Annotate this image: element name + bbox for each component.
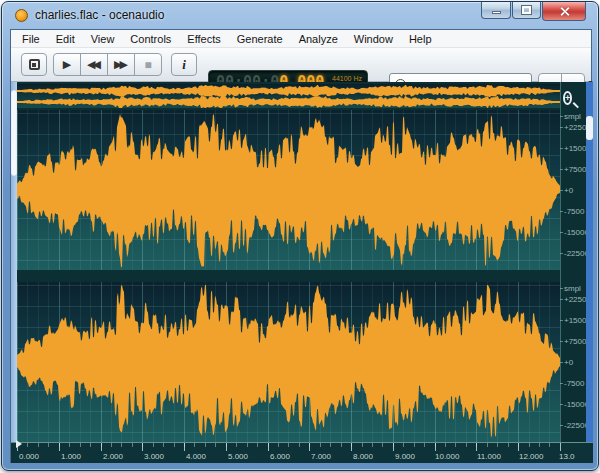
right-scrollbar-thumb[interactable] (586, 116, 593, 140)
time-tick: 4.000 (186, 452, 206, 461)
time-tick: 0.000 (19, 452, 39, 461)
time-tick: 11.000 (477, 452, 501, 461)
play-icon: ▶ (63, 59, 71, 70)
time-tick: 2.000 (103, 452, 123, 461)
scale-label: smpl (564, 112, 581, 121)
time-tick: 6.000 (270, 452, 290, 461)
close-button[interactable] (542, 2, 586, 21)
channel-left-panel[interactable] (17, 110, 560, 270)
right-scrollbar[interactable] (586, 82, 593, 463)
info-button[interactable]: i (171, 53, 197, 76)
rewind-icon: ◀◀ (87, 59, 101, 70)
time-tick: 8.000 (353, 452, 373, 461)
rewind-button[interactable]: ◀◀ (80, 53, 108, 76)
menu-generate[interactable]: Generate (229, 31, 291, 47)
menu-bar: File Edit View Controls Effects Generate… (11, 30, 591, 48)
menu-window[interactable]: Window (346, 31, 401, 47)
maximize-button[interactable] (512, 2, 541, 19)
time-tick: 5.000 (228, 452, 248, 461)
time-tick: 10.000 (435, 452, 459, 461)
playback-device-button[interactable] (21, 53, 47, 76)
time-ruler[interactable]: 0.000 1.000 2.000 3.000 4.000 5.000 6.00… (11, 442, 593, 463)
stop-button[interactable]: ■ (134, 53, 162, 76)
info-icon: i (182, 57, 186, 73)
waveform-editor: smpl +22500 +15000 +7500 +0 -7500 -15000… (11, 82, 593, 463)
close-icon (559, 6, 570, 17)
amplitude-scale: smpl +22500 +15000 +7500 +0 -7500 -15000… (560, 82, 586, 442)
menu-view[interactable]: View (83, 31, 123, 47)
menu-file[interactable]: File (14, 31, 48, 47)
scale-label: +7500 (564, 337, 586, 346)
menu-analyze[interactable]: Analyze (291, 31, 346, 47)
title-bar[interactable]: charlies.flac - ocenaudio (2, 2, 598, 29)
time-tick: 1.000 (61, 452, 81, 461)
toolbar: ▶ ◀◀ ▶▶ ■ i 00:00:00.000 hr min sec 4410… (11, 48, 591, 82)
menu-effects[interactable]: Effects (179, 31, 228, 47)
scale-label: smpl (564, 284, 581, 293)
playback-device-icon (29, 59, 40, 70)
time-tick: 7.000 (311, 452, 331, 461)
scale-label: -7500 (564, 207, 584, 216)
scale-label: +0 (564, 358, 573, 367)
channel-left-waveform[interactable] (17, 110, 560, 270)
client-area: File Edit View Controls Effects Generate… (10, 29, 592, 463)
time-tick: 12.000 (519, 452, 543, 461)
playhead-marker[interactable] (16, 440, 22, 448)
overview-waveform[interactable] (17, 84, 560, 108)
fast-forward-button[interactable]: ▶▶ (107, 53, 135, 76)
menu-controls[interactable]: Controls (122, 31, 179, 47)
scale-label: +7500 (564, 165, 586, 174)
channel-right-panel[interactable] (17, 282, 560, 442)
play-button[interactable]: ▶ (53, 53, 81, 76)
ocenaudio-logo-icon (15, 9, 28, 22)
window-title: charlies.flac - ocenaudio (35, 8, 164, 22)
scale-label: +0 (564, 186, 573, 195)
stop-icon: ■ (144, 58, 151, 72)
zoom-in-icon: + (563, 91, 572, 105)
major-ticks (17, 443, 562, 451)
overview-strip[interactable] (17, 84, 560, 108)
channel-right-waveform[interactable] (17, 282, 560, 442)
app-window: charlies.flac - ocenaudio File Edit View… (1, 1, 599, 471)
time-tick: 13.0 (559, 452, 575, 461)
scale-label: -7500 (564, 379, 584, 388)
zoom-button[interactable]: + (563, 87, 585, 107)
minimize-icon (492, 11, 501, 14)
maximize-icon (522, 6, 531, 14)
fast-forward-icon: ▶▶ (114, 59, 128, 70)
menu-help[interactable]: Help (401, 31, 440, 47)
time-tick: 9.000 (395, 452, 415, 461)
minimize-button[interactable] (481, 2, 511, 19)
menu-edit[interactable]: Edit (48, 31, 83, 47)
time-tick: 3.000 (144, 452, 164, 461)
